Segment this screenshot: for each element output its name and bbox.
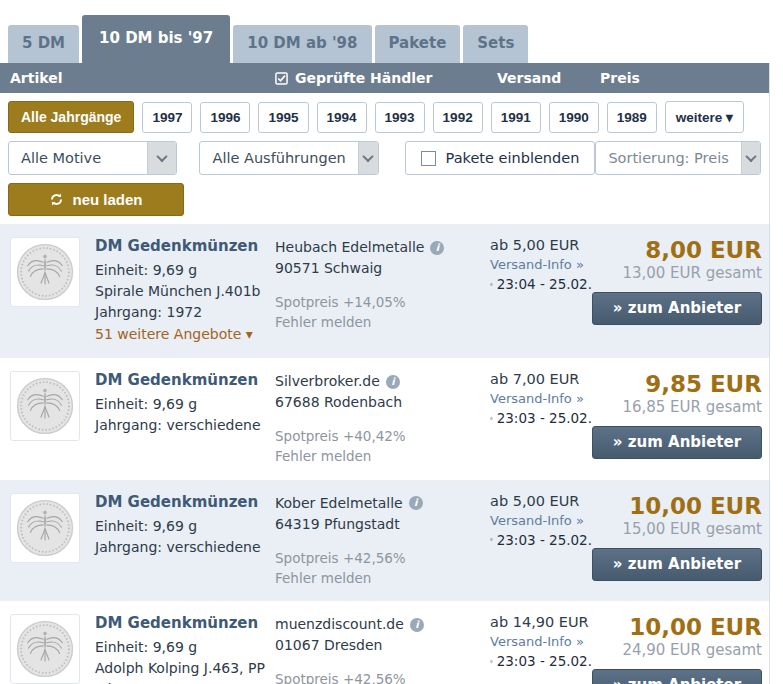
report-error-link[interactable]: Fehler melden <box>275 312 490 332</box>
year-button-1995[interactable]: 1995 <box>258 102 308 133</box>
motive-select[interactable]: Alle Motive <box>8 141 177 175</box>
all-years-button[interactable]: Alle Jahrgänge <box>8 101 134 133</box>
spot-price: Spotpreis +14,05% <box>275 292 490 312</box>
column-artikel: Artikel <box>10 70 275 86</box>
shipping-info-link[interactable]: Versand-Info » <box>490 257 592 272</box>
report-error-link[interactable]: Fehler melden <box>275 568 490 588</box>
coin-image-cell <box>10 371 95 441</box>
total-price: 16,85 EUR gesamt <box>592 398 762 416</box>
order-deadline: 23:03 - 25.02. <box>497 532 592 548</box>
item-price: 8,00 EUR <box>592 237 762 263</box>
total-price: 24,90 EUR gesamt <box>592 641 762 659</box>
order-deadline: 23:04 - 25.02. <box>497 276 592 292</box>
unchecked-checkbox-icon[interactable] <box>421 151 436 166</box>
dealer-info: Silverbroker.de 67688 Rodenbach Spotprei… <box>275 371 490 467</box>
column-header: Artikel Geprüfte Händler Versand Preis <box>0 63 769 93</box>
column-preis: Preis <box>600 70 759 86</box>
shipping-info: ab 5,00 EUR Versand-Info » 23:03 - 25.02… <box>490 493 592 548</box>
tab-sets[interactable]: Sets <box>463 25 528 63</box>
page: 5 DM10 DM bis '9710 DM ab '98PaketeSets … <box>0 0 783 684</box>
sort-select[interactable]: Sortierung: Preis <box>595 141 761 175</box>
article-details: DM Gedenkmünzen Einheit: 9,69 g Spirale … <box>95 237 275 345</box>
dealer-name[interactable]: Heubach Edelmetalle <box>275 237 424 258</box>
year-button-1996[interactable]: 1996 <box>200 102 250 133</box>
shipping-info-link[interactable]: Versand-Info » <box>490 391 592 406</box>
shipping-info-link[interactable]: Versand-Info » <box>490 634 592 649</box>
clock-icon <box>490 412 493 425</box>
zum-anbieter-button[interactable]: » zum Anbieter <box>592 292 762 325</box>
year-button-1990[interactable]: 1990 <box>549 102 599 133</box>
verified-dealers-toggle[interactable]: Geprüfte Händler <box>275 70 497 86</box>
item-price: 9,85 EUR <box>592 371 762 397</box>
info-icon[interactable] <box>410 618 424 632</box>
shipping-info-link[interactable]: Versand-Info » <box>490 513 592 528</box>
listing-year: Jahrgang: 1972 <box>95 302 275 323</box>
dealer-name[interactable]: muenzdiscount.de <box>275 614 404 635</box>
info-icon[interactable] <box>430 241 444 255</box>
dealer-info: Kober Edelmetalle 64319 Pfungstadt Spotp… <box>275 493 490 589</box>
year-button-1993[interactable]: 1993 <box>375 102 425 133</box>
more-years-button[interactable]: weitere ▾ <box>665 101 744 133</box>
year-button-1994[interactable]: 1994 <box>317 102 367 133</box>
listing-year: Jahrgang: verschiedene <box>95 415 275 436</box>
listing-unit: Einheit: 9,69 g <box>95 516 275 537</box>
shipping-cost: ab 5,00 EUR <box>490 493 592 509</box>
zum-anbieter-button[interactable]: » zum Anbieter <box>592 669 762 684</box>
listing-unit: Einheit: 9,69 g <box>95 394 275 415</box>
content: Artikel Geprüfte Händler Versand Preis A… <box>0 63 770 684</box>
spot-price: Spotpreis +42,56% <box>275 548 490 568</box>
total-price: 15,00 EUR gesamt <box>592 520 762 538</box>
year-button-1991[interactable]: 1991 <box>491 102 541 133</box>
shipping-cost: ab 14,90 EUR <box>490 614 592 630</box>
listing-subtitle: Spirale München J.401b <box>95 281 275 302</box>
dealer-name[interactable]: Kober Edelmetalle <box>275 493 403 514</box>
listing-subtitle: Adolph Kolping J.463, PP <box>95 658 275 679</box>
tab-10-dm-bis-97[interactable]: 10 DM bis '97 <box>82 15 230 63</box>
listing-title: DM Gedenkmünzen <box>95 614 275 632</box>
report-error-link[interactable]: Fehler melden <box>275 446 490 466</box>
tab-10-dm-ab-98[interactable]: 10 DM ab '98 <box>233 25 371 63</box>
info-icon[interactable] <box>409 496 423 510</box>
listing-row: DM Gedenkmünzen Einheit: 9,69 g Spirale … <box>0 224 769 358</box>
shipping-cost: ab 5,00 EUR <box>490 237 592 253</box>
listing-row: DM Gedenkmünzen Einheit: 9,69 g Adolph K… <box>0 601 769 684</box>
filter-row-2: Alle Motive Alle Ausführungen Pakete ein… <box>8 141 761 175</box>
shipping-info: ab 5,00 EUR Versand-Info » 23:04 - 25.02… <box>490 237 592 292</box>
coin-icon <box>14 375 76 437</box>
listing-title: DM Gedenkmünzen <box>95 493 275 511</box>
info-icon[interactable] <box>386 375 400 389</box>
sort-select-value: Sortierung: Preis <box>596 142 740 174</box>
year-button-1989[interactable]: 1989 <box>607 102 657 133</box>
order-deadline: 23:03 - 25.02. <box>497 653 592 669</box>
coin-image <box>10 614 80 684</box>
year-button-1997[interactable]: 1997 <box>142 102 192 133</box>
more-offers-link[interactable]: 51 weitere Angebote ▾ <box>95 324 275 345</box>
tab-5-dm[interactable]: 5 DM <box>8 25 79 63</box>
chevron-down-icon <box>147 142 176 174</box>
ausfuehrung-select[interactable]: Alle Ausführungen <box>199 141 378 175</box>
year-filter-row: Alle Jahrgänge 1997199619951994199319921… <box>8 101 761 133</box>
verified-dealers-label: Geprüfte Händler <box>295 70 432 86</box>
dealer-info: muenzdiscount.de 01067 Dresden Spotpreis… <box>275 614 490 684</box>
dealer-name[interactable]: Silverbroker.de <box>275 371 380 392</box>
tab-pakete[interactable]: Pakete <box>375 25 461 63</box>
zum-anbieter-button[interactable]: » zum Anbieter <box>592 426 762 459</box>
refresh-icon <box>49 192 64 207</box>
coin-image <box>10 493 80 563</box>
spot-price: Spotpreis +40,42% <box>275 426 490 446</box>
listing-year: Jahrgang: verschiedene <box>95 537 275 558</box>
reload-button[interactable]: neu laden <box>8 183 184 216</box>
shipping-info: ab 14,90 EUR Versand-Info » 23:03 - 25.0… <box>490 614 592 669</box>
zum-anbieter-button[interactable]: » zum Anbieter <box>592 548 762 581</box>
price-column: 9,85 EUR 16,85 EUR gesamt » zum Anbieter <box>592 371 762 459</box>
dealer-location: 64319 Pfungstadt <box>275 514 490 535</box>
year-button-1992[interactable]: 1992 <box>433 102 483 133</box>
listings: DM Gedenkmünzen Einheit: 9,69 g Spirale … <box>0 224 769 684</box>
year-buttons: 199719961995199419931992199119901989 <box>142 102 656 133</box>
coin-image-cell <box>10 493 95 563</box>
chevron-down-icon <box>358 142 378 174</box>
coin-icon <box>14 618 76 680</box>
clock-icon <box>490 655 493 668</box>
filter-panel: Alle Jahrgänge 1997199619951994199319921… <box>0 93 769 224</box>
show-packages-checkbox[interactable]: Pakete einblenden <box>405 141 596 175</box>
